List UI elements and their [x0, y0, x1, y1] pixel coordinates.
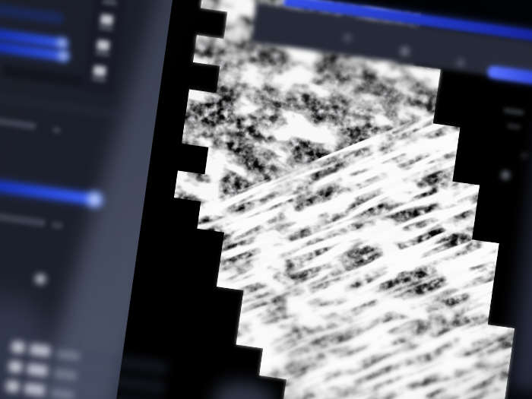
row-checkbox-icon[interactable] — [8, 360, 23, 373]
sidebar-sublabel-mark — [52, 221, 63, 230]
blurred-tool-icon-1-label — [102, 0, 116, 5]
row-checkbox-icon[interactable] — [5, 380, 20, 393]
row-checkbox-icon[interactable] — [11, 340, 25, 353]
photo-frame — [0, 0, 532, 399]
blurred-tool-icon-4-label — [91, 77, 106, 82]
blurred-tool-icon-3[interactable] — [97, 40, 110, 51]
screen-content — [0, 0, 532, 399]
toolbar-icon-2[interactable] — [400, 46, 410, 57]
blurred-tool-icon-2[interactable] — [100, 14, 114, 25]
blurred-tool-icon-3-label — [95, 52, 109, 57]
blurred-tool-icon-4[interactable] — [93, 65, 106, 77]
blurred-tool-icon-2-label — [99, 26, 113, 31]
toolbar-icon-3[interactable] — [456, 59, 464, 67]
toolbar-icon-1[interactable] — [344, 33, 352, 42]
